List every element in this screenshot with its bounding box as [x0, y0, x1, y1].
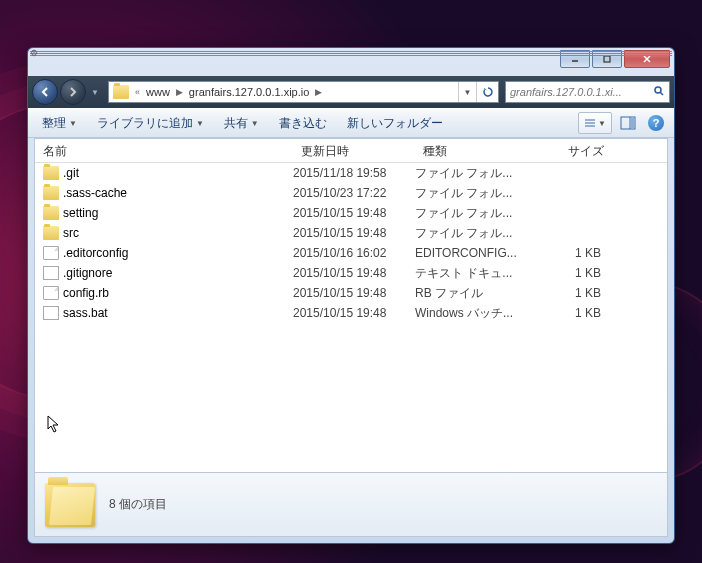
- toolbar: 整理▼ ライブラリに追加▼ 共有▼ 書き込む 新しいフォルダー ▼ ?: [28, 108, 674, 138]
- file-name: .git: [63, 166, 79, 180]
- search-input[interactable]: [510, 86, 653, 98]
- back-button[interactable]: [32, 79, 58, 105]
- file-date: 2015/10/15 19:48: [293, 226, 415, 240]
- titlebar: [28, 48, 674, 76]
- forward-button[interactable]: [60, 79, 86, 105]
- file-date: 2015/10/16 16:02: [293, 246, 415, 260]
- file-type: RB ファイル: [415, 285, 533, 302]
- file-name: .gitignore: [63, 266, 112, 280]
- file-type: EDITORCONFIG...: [415, 246, 533, 260]
- folder-icon: [43, 226, 59, 240]
- file-date: 2015/10/23 17:22: [293, 186, 415, 200]
- file-name: src: [63, 226, 79, 240]
- file-name: .sass-cache: [63, 186, 127, 200]
- view-options-button[interactable]: ▼: [578, 112, 612, 134]
- header-name[interactable]: 名前: [35, 139, 293, 162]
- file-type: ファイル フォル...: [415, 225, 533, 242]
- file-row[interactable]: .git2015/11/18 19:58ファイル フォル...: [35, 163, 667, 183]
- status-text: 8 個の項目: [109, 496, 167, 513]
- address-bar[interactable]: « www ▶ granfairs.127.0.0.1.xip.io ▶ ▼: [108, 81, 499, 103]
- file-type: ファイル フォル...: [415, 185, 533, 202]
- search-icon[interactable]: [653, 85, 665, 99]
- close-button[interactable]: [624, 50, 670, 68]
- folder-icon: [43, 166, 59, 180]
- file-name: setting: [63, 206, 98, 220]
- maximize-button[interactable]: [592, 50, 622, 68]
- file-size: 1 KB: [533, 286, 613, 300]
- svg-line-5: [661, 93, 664, 96]
- help-button[interactable]: ?: [644, 112, 668, 134]
- file-icon: [43, 246, 59, 260]
- file-row[interactable]: sass.bat2015/10/15 19:48Windows バッチ...1 …: [35, 303, 667, 323]
- file-date: 2015/10/15 19:48: [293, 286, 415, 300]
- help-icon: ?: [648, 115, 664, 131]
- file-icon: [43, 286, 59, 300]
- header-type[interactable]: 種類: [415, 139, 533, 162]
- refresh-button[interactable]: [476, 82, 498, 102]
- file-size: 1 KB: [533, 306, 613, 320]
- status-bar: 8 個の項目: [34, 473, 668, 537]
- file-row[interactable]: .sass-cache2015/10/23 17:22ファイル フォル...: [35, 183, 667, 203]
- file-icon: [43, 266, 59, 280]
- explorer-window: ▼ « www ▶ granfairs.127.0.0.1.xip.io ▶ ▼…: [27, 47, 675, 544]
- nav-bar: ▼ « www ▶ granfairs.127.0.0.1.xip.io ▶ ▼: [28, 76, 674, 108]
- header-date[interactable]: 更新日時: [293, 139, 415, 162]
- file-row[interactable]: .gitignore2015/10/15 19:48テキスト ドキュ...1 K…: [35, 263, 667, 283]
- file-pane: 名前 更新日時 種類 サイズ .git2015/11/18 19:58ファイル …: [34, 138, 668, 473]
- file-date: 2015/10/15 19:48: [293, 266, 415, 280]
- nav-history-dropdown[interactable]: ▼: [88, 82, 102, 102]
- file-date: 2015/10/15 19:48: [293, 306, 415, 320]
- file-name: sass.bat: [63, 306, 108, 320]
- header-size[interactable]: サイズ: [533, 139, 613, 162]
- chevron-right-icon[interactable]: ▶: [313, 87, 324, 97]
- burn-button[interactable]: 書き込む: [271, 112, 335, 135]
- breadcrumb-www[interactable]: www: [142, 86, 174, 98]
- breadcrumb-prefix[interactable]: «: [133, 87, 142, 97]
- file-name: config.rb: [63, 286, 109, 300]
- file-row[interactable]: setting2015/10/15 19:48ファイル フォル...: [35, 203, 667, 223]
- file-type: Windows バッチ...: [415, 305, 533, 322]
- new-folder-button[interactable]: 新しいフォルダー: [339, 112, 451, 135]
- folder-icon: [45, 483, 95, 527]
- address-dropdown[interactable]: ▼: [458, 82, 476, 102]
- file-row[interactable]: src2015/10/15 19:48ファイル フォル...: [35, 223, 667, 243]
- file-size: 1 KB: [533, 266, 613, 280]
- folder-icon: [113, 85, 129, 99]
- file-row[interactable]: config.rb2015/10/15 19:48RB ファイル1 KB: [35, 283, 667, 303]
- folder-icon: [43, 186, 59, 200]
- library-button[interactable]: ライブラリに追加▼: [89, 112, 212, 135]
- file-type: ファイル フォル...: [415, 205, 533, 222]
- breadcrumb-current[interactable]: granfairs.127.0.0.1.xip.io: [185, 86, 313, 98]
- file-date: 2015/11/18 19:58: [293, 166, 415, 180]
- file-icon: [43, 306, 59, 320]
- file-date: 2015/10/15 19:48: [293, 206, 415, 220]
- svg-point-4: [655, 87, 661, 93]
- minimize-button[interactable]: [560, 50, 590, 68]
- file-type: ファイル フォル...: [415, 165, 533, 182]
- file-size: 1 KB: [533, 246, 613, 260]
- file-type: テキスト ドキュ...: [415, 265, 533, 282]
- chevron-right-icon[interactable]: ▶: [174, 87, 185, 97]
- svg-rect-1: [604, 56, 610, 62]
- file-row[interactable]: .editorconfig2015/10/16 16:02EDITORCONFI…: [35, 243, 667, 263]
- file-list: .git2015/11/18 19:58ファイル フォル....sass-cac…: [35, 163, 667, 472]
- search-box[interactable]: [505, 81, 670, 103]
- folder-icon: [43, 206, 59, 220]
- file-name: .editorconfig: [63, 246, 128, 260]
- share-button[interactable]: 共有▼: [216, 112, 267, 135]
- preview-pane-button[interactable]: [616, 112, 640, 134]
- organize-button[interactable]: 整理▼: [34, 112, 85, 135]
- svg-rect-11: [631, 118, 634, 128]
- column-headers: 名前 更新日時 種類 サイズ: [35, 139, 667, 163]
